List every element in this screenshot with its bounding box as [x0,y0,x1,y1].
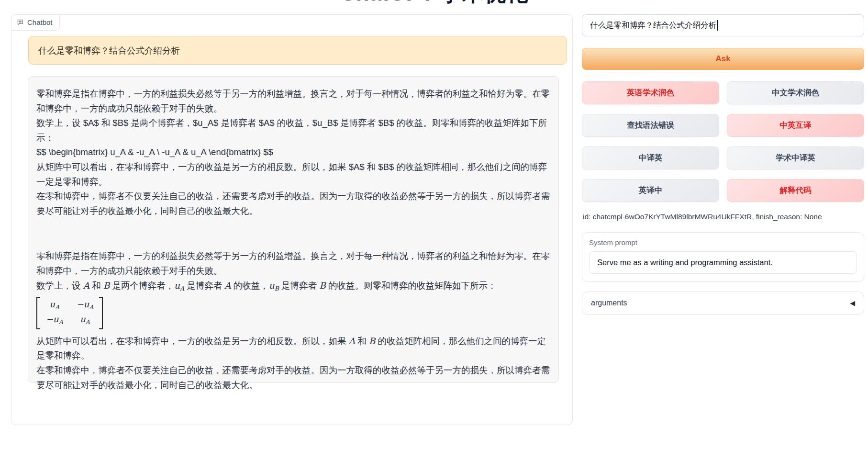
bot-raw-paragraph: 在零和博弈中，博弈者不仅要关注自己的收益，还需要考虑对手的收益。因为一方取得的收… [36,189,550,218]
btn-chinese-academic-polish[interactable]: 中文学术润色 [727,81,864,104]
btn-en-to-zh[interactable]: 英译中 [582,179,719,202]
control-column: 什么是零和博弈？结合公式介绍分析 Ask 英语学术润色 中文学术润色 查找语法错… [582,14,864,314]
btn-find-grammar-errors[interactable]: 查找语法错误 [582,114,719,137]
chat-bubble-icon [17,19,24,26]
chatbot-panel-label-text: Chatbot [27,18,53,26]
matrix-cell: −uA [46,313,63,328]
btn-english-academic-polish[interactable]: 英语学术润色 [582,81,719,104]
matrix-cell: uA [80,313,90,328]
question-input-value: 什么是零和博弈？结合公式介绍分析 [590,20,716,31]
bot-rendered-block: 零和博弈是指在博弈中，一方的利益损失必然等于另一方的利益增益。换言之，对于每一种… [36,249,550,393]
clipped-page-title: ChatGPT 学术优化 [0,0,868,4]
chatbot-panel-label: Chatbot [11,14,60,31]
btn-zh-to-en[interactable]: 中译英 [582,146,719,169]
matrix-right-bracket [99,297,103,329]
status-line: id: chatcmpl-6wOo7KrYTwMl89lbrMWRu4UkFFX… [583,213,863,221]
matrix-left-bracket [36,297,40,329]
bot-raw-paragraph: 从矩阵中可以看出，在零和博弈中，一方的收益是另一方的相反数。所以，如果 $A$ … [36,160,550,189]
quick-actions-grid: 英语学术润色 中文学术润色 查找语法错误 中英互译 中译英 学术中译英 英译中 … [582,81,864,202]
matrix-cell: −uA [77,298,94,313]
text-cursor [717,20,718,31]
payoff-matrix: uA −uA −uA uA [36,297,103,329]
bot-rendered-paragraph: 从矩阵中可以看出，在零和博弈中，一方的收益是另一方的相反数。所以，如果 A 和 … [36,334,550,363]
matrix-cell: uA [50,298,60,313]
bot-raw-paragraph: 数学上，设 $A$ 和 $B$ 是两个博弈者，$u_A$ 是博弈者 $A$ 的收… [36,116,550,145]
bot-rendered-paragraph: 零和博弈是指在博弈中，一方的利益损失必然等于另一方的利益增益。换言之，对于每一种… [36,249,550,278]
page-title-text: ChatGPT 学术优化 [0,0,868,4]
system-prompt-label: System prompt [589,238,857,247]
bot-raw-latex-line: $$ \begin{bmatrix} u_A & -u_A \ -u_A & u… [36,145,550,160]
accordion-collapse-icon: ◀ [850,299,855,307]
user-message-bubble: 什么是零和博弈？结合公式介绍分析 [28,36,567,65]
bot-rendered-math-line: 数学上，设 A 和 B 是两个博弈者，uA 是博弈者 A 的收益，uB 是博弈者… [36,279,550,296]
chatbot-panel: Chatbot 什么是零和博弈？结合公式介绍分析 零和博弈是指在博弈中，一方的利… [11,14,573,425]
btn-explain-code[interactable]: 解释代码 [727,179,864,202]
bot-message-bubble: 零和博弈是指在博弈中，一方的利益损失必然等于另一方的利益增益。换言之，对于每一种… [28,76,559,383]
user-message-text: 什么是零和博弈？结合公式介绍分析 [38,45,180,56]
ask-button[interactable]: Ask [582,48,864,70]
btn-zh-en-mutual-translate[interactable]: 中英互译 [727,114,864,137]
btn-academic-zh-to-en[interactable]: 学术中译英 [727,146,864,169]
arguments-accordion[interactable]: arguments ◀ [582,292,864,314]
bot-raw-paragraph: 零和博弈是指在博弈中，一方的利益损失必然等于另一方的利益增益。换言之，对于每一种… [36,87,550,116]
bot-rendered-paragraph: 在零和博弈中，博弈者不仅要关注自己的收益，还需要考虑对手的收益。因为一方取得的收… [36,363,550,393]
bot-raw-markdown-block: 零和博弈是指在博弈中，一方的利益损失必然等于另一方的利益增益。换言之，对于每一种… [36,87,550,218]
arguments-accordion-label: arguments [591,299,627,307]
question-input[interactable]: 什么是零和博弈？结合公式介绍分析 [582,14,864,36]
system-prompt-input[interactable]: Serve me as a writing and programming as… [589,251,857,274]
system-prompt-card: System prompt Serve me as a writing and … [582,232,864,282]
